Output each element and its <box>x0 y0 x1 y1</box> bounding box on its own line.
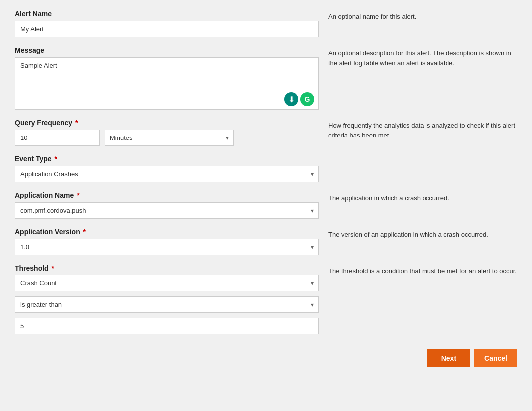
threshold-metric-select[interactable]: Crash Count Error Rate <box>15 275 319 291</box>
event-type-select[interactable]: Application Crashes Custom Event Error <box>15 166 319 182</box>
threshold-row: Threshold * Crash Count Error Rate ▾ is … <box>15 264 517 334</box>
message-left: Message ⬇ G <box>15 46 319 110</box>
application-name-wrapper: com.pmf.cordova.push com.example.app ▾ <box>15 202 319 219</box>
grammarly-icon[interactable]: G <box>300 92 314 106</box>
application-name-select[interactable]: com.pmf.cordova.push com.example.app <box>15 202 319 219</box>
event-type-wrapper: Application Crashes Custom Event Error ▾ <box>15 166 319 182</box>
application-name-label: Application Name * <box>15 191 319 199</box>
alert-name-input[interactable] <box>15 21 319 37</box>
message-input[interactable] <box>15 58 318 90</box>
query-frequency-unit-select[interactable]: Minutes Hours Days <box>105 130 234 146</box>
query-frequency-unit-wrapper: Minutes Hours Days ▾ <box>105 130 234 146</box>
query-frequency-left: Query Frequency * Minutes Hours Days ▾ <box>15 119 319 146</box>
cancel-button[interactable]: Cancel <box>474 349 517 367</box>
application-version-description: The version of an application in which a… <box>328 228 517 240</box>
event-type-label: Event Type * <box>15 155 319 163</box>
required-star-threshold: * <box>50 264 54 272</box>
next-button[interactable]: Next <box>427 349 470 367</box>
threshold-description: The threshold is a condition that must b… <box>328 264 517 276</box>
alert-name-left: Alert Name <box>15 10 319 37</box>
query-frequency-number-input[interactable] <box>15 130 100 146</box>
application-version-select[interactable]: 1.0 2.0 3.0 <box>15 239 319 255</box>
threshold-operator-wrapper: is greater than is less than is equal to… <box>15 296 319 313</box>
alert-name-description: An optional name for this alert. <box>328 10 517 22</box>
threshold-value-input[interactable] <box>15 318 319 334</box>
message-row: Message ⬇ G An optional description for … <box>15 46 517 110</box>
query-frequency-label: Query Frequency * <box>15 119 319 127</box>
event-type-description <box>328 155 517 157</box>
query-frequency-row: Query Frequency * Minutes Hours Days ▾ H… <box>15 119 517 146</box>
pin-icon-symbol: ⬇ <box>288 95 295 104</box>
application-name-row: Application Name * com.pmf.cordova.push … <box>15 191 517 219</box>
query-frequency-description: How frequently the analytics data is ana… <box>328 119 517 140</box>
required-star-app: * <box>75 191 79 199</box>
form-container: Alert Name An optional name for this ale… <box>15 10 517 372</box>
required-star-event: * <box>53 155 57 163</box>
required-star-version: * <box>81 228 86 236</box>
application-version-wrapper: 1.0 2.0 3.0 ▾ <box>15 239 319 255</box>
alert-name-label: Alert Name <box>15 10 319 18</box>
pin-icon[interactable]: ⬇ <box>284 92 298 106</box>
grammarly-icon-symbol: G <box>305 95 310 103</box>
application-name-description: The application in which a crash occurre… <box>328 191 517 203</box>
threshold-left: Threshold * Crash Count Error Rate ▾ is … <box>15 264 319 334</box>
application-name-left: Application Name * com.pmf.cordova.push … <box>15 191 319 219</box>
required-star: * <box>73 119 78 127</box>
message-icons: ⬇ G <box>15 90 318 109</box>
message-description: An optional description for this alert. … <box>328 46 517 68</box>
application-version-label: Application Version * <box>15 228 319 236</box>
alert-name-row: Alert Name An optional name for this ale… <box>15 10 517 37</box>
application-version-left: Application Version * 1.0 2.0 3.0 ▾ <box>15 228 319 255</box>
application-version-row: Application Version * 1.0 2.0 3.0 ▾ The … <box>15 228 517 255</box>
threshold-operator-section: is greater than is less than is equal to… <box>15 296 319 313</box>
event-type-row: Event Type * Application Crashes Custom … <box>15 155 517 182</box>
message-label: Message <box>15 46 319 54</box>
threshold-operator-select[interactable]: is greater than is less than is equal to <box>15 296 319 313</box>
message-wrapper: ⬇ G <box>15 57 319 110</box>
threshold-value-section <box>15 318 319 334</box>
threshold-metric-wrapper: Crash Count Error Rate ▾ <box>15 275 319 291</box>
threshold-label: Threshold * <box>15 264 319 272</box>
footer-buttons: Next Cancel <box>15 349 517 372</box>
event-type-left: Event Type * Application Crashes Custom … <box>15 155 319 182</box>
query-frequency-inputs: Minutes Hours Days ▾ <box>15 130 319 146</box>
